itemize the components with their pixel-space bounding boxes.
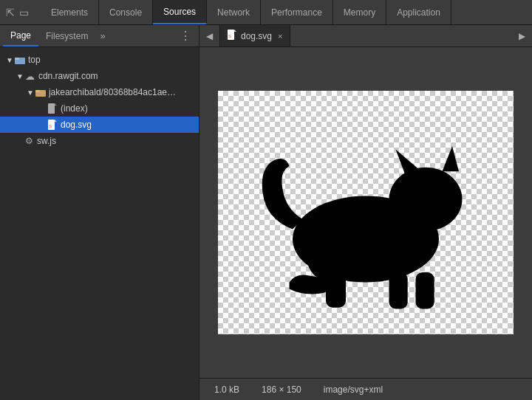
tab-left-arrow[interactable]: ◀ — [200, 25, 220, 46]
checker-background — [218, 91, 514, 334]
tab-console[interactable]: Console — [99, 0, 153, 24]
tree-label-jake: jakearchibald/80368b84ac1ae… — [49, 87, 176, 97]
tree-item-jake[interactable]: ▼ jakearchibald/80368b84ac1ae… — [0, 84, 199, 100]
tab-sources[interactable]: Sources — [153, 0, 207, 24]
gear-swjs-icon: ⚙ — [24, 136, 34, 146]
cat-silhouette-svg — [233, 102, 499, 323]
tree-label-index: (index) — [61, 103, 88, 114]
file-index-icon — [47, 103, 58, 114]
svg-rect-17 — [416, 272, 434, 309]
right-panel: ◀ S dog.svg × ▶ — [200, 25, 532, 400]
tree-item-swjs[interactable]: ▶ ⚙ sw.js — [0, 133, 199, 149]
tree-item-cdn[interactable]: ▼ ☁ cdn.rawgit.com — [0, 68, 199, 84]
dog-tab-close[interactable]: × — [278, 32, 282, 41]
tab-right-arrow[interactable]: ▶ — [511, 25, 532, 46]
svg-rect-3 — [35, 90, 40, 92]
svg-rect-16 — [389, 272, 408, 309]
svg-point-20 — [394, 201, 431, 244]
tab-network[interactable]: Network — [207, 0, 261, 24]
folder-jake-icon — [35, 87, 46, 97]
cursor-icon[interactable]: ⇱ — [6, 7, 15, 18]
device-icon[interactable]: ▭ — [19, 7, 29, 18]
svg-marker-10 — [234, 30, 236, 32]
dog-tab-label: dog.svg — [241, 31, 272, 41]
left-panel: Page Filesystem » ⋮ ▼ top ▼ ☁ cdn.rawgit… — [0, 25, 200, 400]
tab-performance[interactable]: Performance — [261, 0, 333, 24]
tree-label-dog: dog.svg — [61, 120, 92, 130]
svg-rect-4 — [48, 103, 55, 114]
top-tab-bar: ⇱ ▭ Elements Console Sources Network Per… — [0, 0, 532, 25]
svg-point-19 — [307, 236, 358, 283]
file-tab-bar: ◀ S dog.svg × ▶ — [200, 25, 532, 47]
dog-tab-file-icon: S — [228, 30, 236, 42]
tab-application[interactable]: Application — [386, 0, 451, 24]
tab-filesystem[interactable]: Filesystem — [38, 25, 95, 46]
tree-label-cdn: cdn.rawgit.com — [38, 71, 98, 81]
svg-text:S: S — [228, 34, 231, 38]
sub-tab-bar: Page Filesystem » ⋮ — [0, 25, 199, 47]
file-tab-dog[interactable]: S dog.svg × — [220, 25, 290, 46]
tree-label-top: top — [28, 55, 41, 65]
chevron-cdn: ▼ — [16, 72, 24, 80]
svg-rect-1 — [15, 58, 19, 60]
tab-elements[interactable]: Elements — [41, 0, 99, 24]
folder-icon — [15, 55, 25, 65]
cloud-icon: ☁ — [25, 71, 35, 81]
mime-type: image/svg+xml — [324, 385, 383, 395]
file-tree: ▼ top ▼ ☁ cdn.rawgit.com ▼ jakearchibald… — [0, 47, 199, 400]
svg-text:S: S — [49, 124, 52, 128]
svg-marker-7 — [55, 120, 57, 122]
devtools-icons: ⇱ ▭ — [0, 0, 41, 24]
tab-memory[interactable]: Memory — [333, 0, 386, 24]
tab-page[interactable]: Page — [3, 25, 38, 46]
tree-label-swjs: sw.js — [37, 136, 56, 146]
tree-item-index[interactable]: (index) — [0, 100, 199, 117]
file-size: 1.0 kB — [214, 385, 239, 395]
file-dog-icon: S — [47, 120, 58, 130]
tree-item-top[interactable]: ▼ top — [0, 52, 199, 68]
svg-marker-15 — [443, 146, 460, 171]
tree-item-dog[interactable]: S dog.svg — [0, 117, 199, 133]
main-area: Page Filesystem » ⋮ ▼ top ▼ ☁ cdn.rawgit… — [0, 25, 532, 400]
chevron-top: ▼ — [6, 56, 13, 64]
dimensions: 186 × 150 — [262, 385, 301, 395]
image-preview-area — [200, 47, 532, 378]
status-bar: 1.0 kB 186 × 150 image/svg+xml — [200, 378, 532, 400]
subtab-menu-icon[interactable]: ⋮ — [175, 29, 196, 43]
chevron-jake: ▼ — [27, 89, 34, 97]
svg-marker-5 — [55, 103, 57, 106]
more-tabs-icon[interactable]: » — [97, 30, 108, 41]
